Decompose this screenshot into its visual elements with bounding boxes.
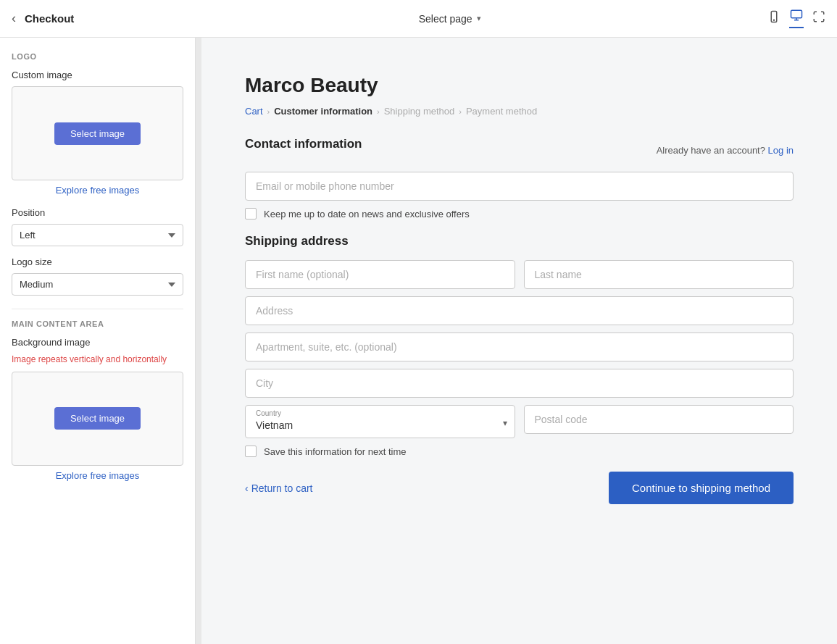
- content-area: Marco Beauty Cart › Customer information…: [201, 38, 837, 644]
- email-field-group: [245, 172, 794, 201]
- background-image-label: Background image: [12, 337, 183, 348]
- store-name: Marco Beauty: [245, 74, 794, 97]
- save-info-checkbox[interactable]: [245, 446, 257, 457]
- breadcrumb-payment: Payment method: [466, 106, 537, 117]
- email-input[interactable]: [245, 172, 794, 201]
- svg-rect-2: [791, 10, 801, 18]
- breadcrumb: Cart › Customer information › Shipping m…: [245, 106, 794, 117]
- logo-size-field: Logo size Small Medium Large: [12, 256, 183, 296]
- fullscreen-icon[interactable]: [812, 10, 825, 27]
- top-bar: ‹ Checkout Select page ▾: [0, 0, 837, 38]
- desktop-view-icon[interactable]: [789, 9, 804, 28]
- apt-field-group: [245, 333, 794, 361]
- apt-input[interactable]: [245, 333, 794, 361]
- newsletter-label: Keep me up to date on news and exclusive…: [264, 209, 470, 219]
- logo-section-title: LOGO: [12, 52, 183, 61]
- mobile-view-icon[interactable]: [767, 10, 780, 27]
- breadcrumb-cart[interactable]: Cart: [245, 106, 263, 117]
- logo-select-image-button[interactable]: Select image: [54, 122, 141, 145]
- select-page-button[interactable]: Select page ▾: [419, 13, 481, 25]
- position-field: Position Left Center Right: [12, 207, 183, 246]
- first-name-input[interactable]: [245, 260, 515, 289]
- main-content-section-title: MAIN CONTENT AREA: [12, 319, 183, 328]
- country-select-wrapper: Country Vietnam United States United Kin…: [245, 405, 515, 438]
- shipping-section-heading: Shipping address: [245, 234, 794, 248]
- address-field-group: [245, 296, 794, 325]
- last-name-input[interactable]: [524, 260, 794, 289]
- breadcrumb-customer-info: Customer information: [274, 106, 372, 117]
- breadcrumb-sep-2: ›: [377, 107, 380, 116]
- bg-select-image-button[interactable]: Select image: [54, 407, 141, 430]
- postal-code-input[interactable]: [524, 405, 794, 434]
- view-toggle-group: [767, 9, 825, 28]
- newsletter-checkbox-row: Keep me up to date on news and exclusive…: [245, 208, 794, 219]
- logo-size-select[interactable]: Small Medium Large: [12, 273, 183, 296]
- form-actions: ‹ Return to cart Continue to shipping me…: [245, 472, 794, 504]
- page-title: Checkout: [25, 12, 74, 25]
- return-to-cart-label: Return to cart: [251, 482, 313, 494]
- bg-image-description: Image repeats vertically and horizontall…: [12, 354, 183, 366]
- back-button[interactable]: ‹: [12, 11, 16, 26]
- city-input[interactable]: [245, 369, 794, 398]
- bg-image-upload-box: Select image: [12, 372, 183, 466]
- newsletter-checkbox[interactable]: [245, 208, 257, 219]
- last-name-col: [524, 260, 794, 289]
- country-select[interactable]: Vietnam United States United Kingdom Aus…: [256, 419, 504, 431]
- custom-image-label: Custom Custom imageimage: [12, 70, 183, 80]
- resize-handle[interactable]: [196, 38, 201, 644]
- return-to-cart-link[interactable]: ‹ Return to cart: [245, 482, 313, 494]
- first-name-col: [245, 260, 515, 289]
- postal-code-col: [524, 405, 794, 438]
- main-layout: LOGO Custom Custom imageimage Select ima…: [0, 38, 837, 644]
- country-label: Country: [256, 409, 281, 417]
- city-field-group: [245, 369, 794, 398]
- sidebar: LOGO Custom Custom imageimage Select ima…: [0, 38, 196, 644]
- country-col: Country Vietnam United States United Kin…: [245, 405, 515, 438]
- contact-header: Contact information Already have an acco…: [245, 137, 794, 163]
- login-link[interactable]: Log in: [768, 145, 794, 156]
- logo-size-label: Logo size: [12, 256, 183, 267]
- name-row: [245, 260, 794, 289]
- continue-shipping-button[interactable]: Continue to shipping method: [609, 472, 794, 504]
- section-divider: [12, 309, 183, 309]
- logo-explore-images-link[interactable]: Explore free images: [12, 185, 183, 196]
- bg-explore-images-link[interactable]: Explore free images: [12, 470, 183, 481]
- breadcrumb-shipping: Shipping method: [384, 106, 455, 117]
- chevron-down-icon: ▾: [477, 14, 481, 23]
- country-postal-row: Country Vietnam United States United Kin…: [245, 405, 794, 438]
- position-select[interactable]: Left Center Right: [12, 224, 183, 246]
- breadcrumb-sep-1: ›: [267, 107, 270, 116]
- breadcrumb-sep-3: ›: [459, 107, 462, 116]
- chevron-left-icon: ‹: [245, 482, 249, 494]
- contact-section-heading: Contact information: [245, 137, 362, 151]
- already-account-text: Already have an account? Log in: [657, 145, 794, 156]
- position-label: Position: [12, 207, 183, 218]
- save-info-checkbox-row: Save this information for next time: [245, 446, 794, 457]
- select-page-label: Select page: [419, 13, 472, 25]
- logo-image-upload-box: Select image: [12, 86, 183, 180]
- save-info-label: Save this information for next time: [264, 446, 407, 457]
- address-input[interactable]: [245, 296, 794, 325]
